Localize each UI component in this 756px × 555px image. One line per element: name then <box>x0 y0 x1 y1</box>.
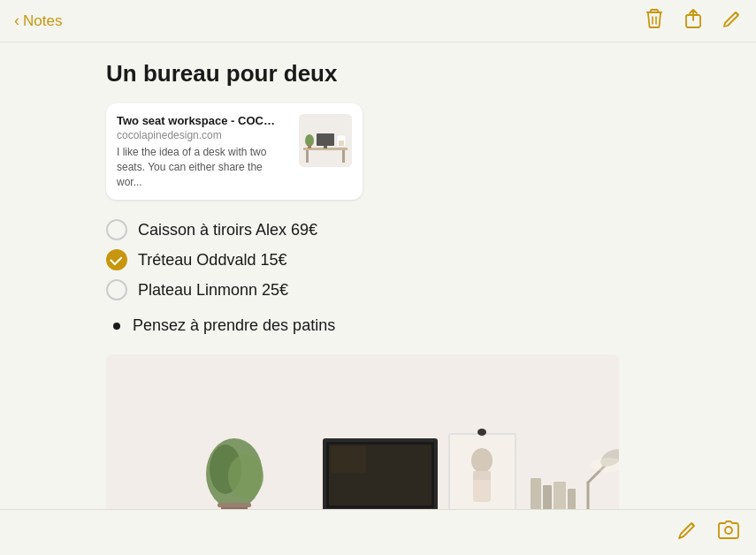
checklist-item-2[interactable]: Tréteau Oddvald 15€ <box>106 249 650 270</box>
svg-point-19 <box>228 454 263 498</box>
checkbox-3[interactable] <box>106 279 127 300</box>
svg-rect-7 <box>342 150 345 163</box>
link-card-title: Two seat workspace - COCO LAPI... <box>117 114 276 127</box>
svg-rect-32 <box>531 478 541 509</box>
checkbox-1[interactable] <box>106 219 127 240</box>
top-actions <box>645 8 742 34</box>
checkbox-2[interactable] <box>106 249 127 270</box>
svg-rect-33 <box>543 485 552 509</box>
bullet-dot-1 <box>113 323 120 330</box>
checklist-label-3: Plateau Linmonn 25€ <box>138 281 288 300</box>
bullet-item-1: Pensez à prendre des patins <box>106 316 650 335</box>
svg-rect-35 <box>568 489 576 509</box>
compose-icon[interactable] <box>722 9 742 34</box>
sketch-icon[interactable] <box>676 520 698 546</box>
svg-rect-21 <box>218 503 251 507</box>
svg-rect-13 <box>339 141 344 146</box>
note-content: Un bureau pour deux Two seat workspace -… <box>0 42 756 509</box>
svg-rect-31 <box>473 471 491 480</box>
svg-rect-25 <box>331 446 366 473</box>
checklist-label-1: Caisson à tiroirs Alex 69€ <box>138 221 317 239</box>
checklist: Caisson à tiroirs Alex 69€ Tréteau Oddva… <box>106 219 650 300</box>
svg-rect-8 <box>317 133 334 146</box>
delete-icon[interactable] <box>645 8 664 34</box>
top-navigation-bar: ‹ Notes <box>0 0 756 42</box>
back-button[interactable]: ‹ Notes <box>14 11 62 30</box>
bullet-text-1: Pensez à prendre des patins <box>133 316 335 335</box>
link-card-text: Two seat workspace - COCO LAPI... cocola… <box>117 114 290 189</box>
note-title: Un bureau pour deux <box>106 60 650 87</box>
svg-point-43 <box>725 527 732 534</box>
bullet-section: Pensez à prendre des patins <box>106 316 650 335</box>
checklist-label-2: Tréteau Oddvald 15€ <box>138 251 286 270</box>
link-preview-card[interactable]: Two seat workspace - COCO LAPI... cocola… <box>106 103 363 200</box>
back-label: Notes <box>23 12 62 30</box>
svg-rect-34 <box>554 482 566 509</box>
svg-rect-11 <box>308 145 311 148</box>
bottom-toolbar <box>0 509 756 555</box>
checklist-item-1[interactable]: Caisson à tiroirs Alex 69€ <box>106 219 650 240</box>
svg-rect-6 <box>306 150 309 163</box>
note-image <box>106 354 619 509</box>
link-card-thumbnail <box>299 114 352 167</box>
svg-rect-9 <box>324 146 327 148</box>
camera-icon[interactable] <box>717 521 740 545</box>
share-icon[interactable] <box>683 8 703 34</box>
svg-point-10 <box>305 134 314 147</box>
back-chevron-icon: ‹ <box>14 11 19 30</box>
svg-point-29 <box>471 448 493 473</box>
link-card-description: I like the idea of a desk with two seats… <box>117 145 290 189</box>
link-card-domain: cocolapinedesign.com <box>117 129 290 141</box>
checklist-item-3[interactable]: Plateau Linmonn 25€ <box>106 279 650 300</box>
